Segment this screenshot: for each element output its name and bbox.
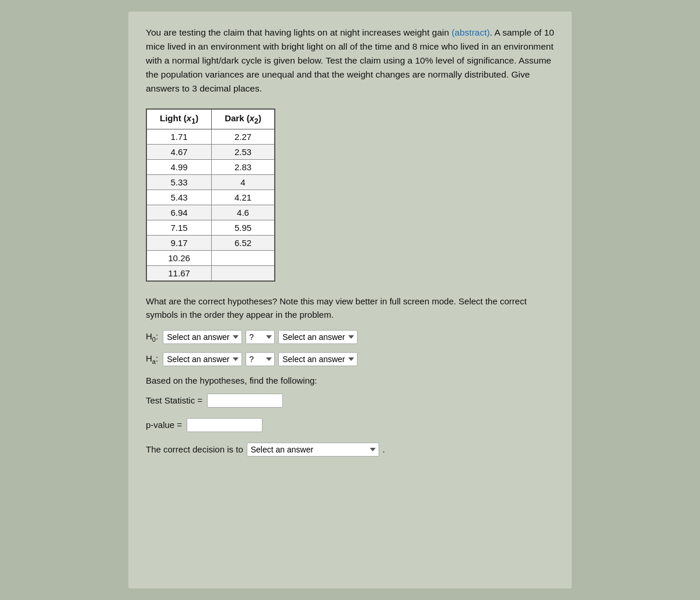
light-cell: 6.94 (146, 205, 212, 220)
table-row: 4.992.83 (146, 160, 275, 175)
decision-label: The correct decision is to (146, 444, 243, 454)
test-statistic-label: Test Statistic = (146, 395, 202, 405)
ha-select-answer-2[interactable]: Select an answer μ₁ μ₂ μ₁ - μ₂ (278, 352, 358, 366)
test-statistic-input[interactable] (207, 394, 283, 408)
dark-cell: 2.27 (212, 129, 275, 145)
data-table-wrapper: Light (x1) Dark (x2) 1.712.274.672.534.9… (146, 108, 554, 282)
ha-label: Ha: (146, 353, 158, 365)
light-cell: 7.15 (146, 220, 212, 236)
abstract-link[interactable]: (abstract) (452, 27, 489, 37)
h0-select-symbol[interactable]: ? = ≠ < > ≤ ≥ (246, 330, 275, 344)
dark-cell: 6.52 (212, 236, 275, 251)
light-cell: 4.99 (146, 160, 212, 175)
table-row: 5.434.21 (146, 190, 275, 205)
pvalue-label: p-value = (146, 420, 182, 430)
ha-row: Ha: Select an answer μ₁ μ₂ μ₁ - μ₂ ? = ≠… (146, 352, 554, 366)
col2-header: Dark (x2) (212, 109, 275, 129)
dark-cell (212, 266, 275, 282)
test-statistic-row: Test Statistic = (146, 394, 554, 408)
decision-row: The correct decision is to Select an ans… (146, 443, 554, 457)
ha-select-symbol[interactable]: ? = ≠ < > ≤ ≥ (246, 352, 275, 366)
table-row: 9.176.52 (146, 236, 275, 251)
dark-cell: 4.21 (212, 190, 275, 205)
light-cell: 5.43 (146, 190, 212, 205)
h0-row: H0: Select an answer μ₁ μ₂ μ₁ - μ₂ ? = ≠… (146, 330, 554, 344)
dark-cell: 4 (212, 175, 275, 190)
hypotheses-section: What are the correct hypotheses? Note th… (146, 294, 554, 366)
light-cell: 1.71 (146, 129, 212, 145)
col1-header: Light (x1) (146, 109, 212, 129)
decision-period: . (383, 444, 385, 454)
dark-cell: 2.83 (212, 160, 275, 175)
light-cell: 9.17 (146, 236, 212, 251)
table-row: 5.334 (146, 175, 275, 190)
h0-select-answer-2[interactable]: Select an answer μ₁ μ₂ μ₁ - μ₂ (278, 330, 358, 344)
intro-text-part1: You are testing the claim that having li… (146, 27, 452, 37)
page-container: You are testing the claim that having li… (128, 12, 572, 588)
table-row: 1.712.27 (146, 129, 275, 145)
table-row: 6.944.6 (146, 205, 275, 220)
intro-text: You are testing the claim that having li… (146, 26, 554, 96)
light-cell: 11.67 (146, 266, 212, 282)
data-table: Light (x1) Dark (x2) 1.712.274.672.534.9… (146, 108, 275, 282)
table-row: 4.672.53 (146, 145, 275, 160)
dark-cell: 5.95 (212, 220, 275, 236)
hypotheses-instruction: What are the correct hypotheses? Note th… (146, 294, 554, 322)
table-row: 11.67 (146, 266, 275, 282)
based-on-section: Based on the hypotheses, find the follow… (146, 376, 554, 457)
decision-select[interactable]: Select an answer Reject the null hypothe… (247, 443, 379, 457)
ha-select-answer-1[interactable]: Select an answer μ₁ μ₂ μ₁ - μ₂ (163, 352, 242, 366)
dark-cell: 4.6 (212, 205, 275, 220)
light-cell: 10.26 (146, 251, 212, 266)
table-row: 7.155.95 (146, 220, 275, 236)
dark-cell: 2.53 (212, 145, 275, 160)
h0-select-answer-1[interactable]: Select an answer μ₁ μ₂ μ₁ - μ₂ (163, 330, 242, 344)
based-on-label: Based on the hypotheses, find the follow… (146, 376, 554, 385)
table-row: 10.26 (146, 251, 275, 266)
pvalue-input[interactable] (187, 418, 262, 432)
h0-label: H0: (146, 331, 158, 343)
light-cell: 4.67 (146, 145, 212, 160)
pvalue-row: p-value = (146, 418, 554, 432)
light-cell: 5.33 (146, 175, 212, 190)
dark-cell (212, 251, 275, 266)
